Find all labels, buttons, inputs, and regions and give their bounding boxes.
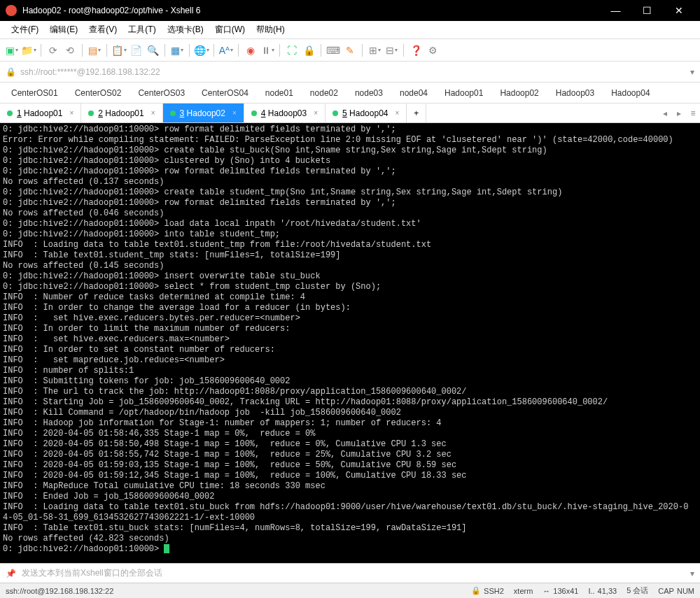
menu-view[interactable]: 查看(V)	[83, 24, 122, 36]
open-icon[interactable]: 📁	[21, 43, 36, 58]
compose-placeholder: 发送文本到当前Xshell窗口的全部会话	[22, 567, 685, 579]
tab-close-icon[interactable]: ×	[232, 109, 237, 117]
tab-close-icon[interactable]: ×	[69, 109, 74, 117]
menu-tools[interactable]: 工具(T)	[122, 24, 161, 36]
copy-icon[interactable]: 📋	[111, 43, 127, 58]
bookmark-item[interactable]: CenterOS02	[69, 86, 127, 100]
menu-edit[interactable]: 编辑(E)	[44, 24, 83, 36]
keyboard-icon[interactable]: ⌨	[326, 43, 341, 58]
addressbar[interactable]: 🔒 ssh://root:******@192.168.198.132:22 ▾	[0, 62, 700, 83]
disconnect-icon[interactable]: ⟲	[62, 43, 78, 58]
ssh-lock-icon: 🔒	[471, 586, 481, 595]
new-session-icon[interactable]: ▣	[4, 43, 20, 58]
status-size: 136x41	[553, 587, 578, 595]
tab-nav-left-icon[interactable]: ◂	[658, 104, 672, 122]
session-tab-1[interactable]: 1 Hadoop01×	[0, 104, 81, 122]
size-icon: ↔	[542, 587, 550, 595]
tab-nav-right-icon[interactable]: ▸	[672, 104, 686, 122]
toolbar: ▣ 📁 ⟳ ⟲ ▤ 📋 📄 🔍 ▦ 🌐 Aᴬ ◉ ⏸ ⛶ 🔒 ⌨ ✎ ⊞ ⊟ ❓…	[0, 39, 700, 62]
font-icon[interactable]: Aᴬ	[218, 43, 234, 58]
status-connection: ssh://root@192.168.198.132:22	[6, 587, 113, 595]
session-tab-2[interactable]: 2 Hadoop01×	[81, 104, 162, 122]
settings-icon[interactable]: ⚙	[425, 43, 440, 58]
session-tab-4[interactable]: 4 Hadoop03×	[244, 104, 326, 122]
record-icon[interactable]: ◉	[243, 43, 258, 58]
cascade-icon[interactable]: ⊟	[384, 43, 399, 58]
status-dot-icon	[170, 111, 176, 116]
maximize-button[interactable]: ☐	[631, 0, 663, 21]
terminal[interactable]: 0: jdbc:hive2://hadoop01:10000> row form…	[0, 123, 700, 563]
properties-icon[interactable]: ▦	[169, 43, 185, 58]
menu-help[interactable]: 帮助(H)	[251, 24, 290, 36]
compose-bar[interactable]: 📌 发送文本到当前Xshell窗口的全部会话 ▾	[0, 563, 700, 583]
tab-close-icon[interactable]: ×	[314, 109, 318, 117]
pin-icon[interactable]: 📌	[6, 569, 16, 578]
status-dot-icon	[88, 111, 94, 116]
close-button[interactable]: ✕	[663, 0, 694, 21]
app-icon	[6, 5, 17, 16]
search-icon[interactable]: 🔍	[145, 43, 160, 58]
reconnect-icon[interactable]: ⟳	[46, 43, 61, 58]
menubar: 文件(F) 编辑(E) 查看(V) 工具(T) 选项卡(B) 窗口(W) 帮助(…	[0, 21, 700, 39]
cursor-icon: I..	[588, 587, 594, 595]
help-icon[interactable]: ❓	[408, 43, 424, 58]
paste-icon[interactable]: 📄	[128, 43, 144, 58]
session-tab-5[interactable]: 5 Hadoop04×	[326, 104, 407, 122]
menu-file[interactable]: 文件(F)	[6, 24, 44, 36]
address-url[interactable]: ssh://root:******@192.168.198.132:22	[20, 67, 690, 77]
stop-icon[interactable]: ⏸	[260, 43, 275, 58]
session-tab-3[interactable]: 3 Hadoop02×	[163, 104, 244, 122]
bookmark-item[interactable]: node02	[304, 86, 344, 100]
bookmark-item[interactable]: Hadoop01	[439, 86, 489, 100]
bookmark-item[interactable]: CenterOS04	[196, 86, 254, 100]
statusbar: ssh://root@192.168.198.132:22 🔒SSH2 xter…	[0, 583, 700, 598]
window-title: Hadoop02 - root@hadoop02:/opt/hive - Xsh…	[22, 6, 600, 15]
status-dot-icon	[7, 111, 13, 116]
bookmark-item[interactable]: CenterOS03	[132, 86, 190, 100]
menu-tab[interactable]: 选项卡(B)	[162, 24, 209, 36]
tab-close-icon[interactable]: ×	[151, 109, 155, 117]
titlebar: Hadoop02 - root@hadoop02:/opt/hive - Xsh…	[0, 0, 700, 21]
status-dot-icon	[251, 111, 257, 116]
bookmark-item[interactable]: Hadoop03	[550, 86, 600, 100]
fullscreen-icon[interactable]: ⛶	[284, 43, 300, 58]
bookmark-item[interactable]: node01	[260, 86, 299, 100]
bookmark-item[interactable]: node03	[349, 86, 388, 100]
status-cap: CAP	[658, 587, 674, 595]
minimize-button[interactable]: —	[600, 0, 631, 21]
status-dot-icon	[332, 111, 338, 116]
lock-icon[interactable]: 🔒	[301, 43, 316, 58]
transfer-icon[interactable]: ▤	[87, 43, 102, 58]
address-dropdown-icon[interactable]: ▾	[690, 67, 694, 77]
bookmark-item[interactable]: Hadoop04	[606, 86, 655, 100]
bookmarks-bar: CenterOS01 CenterOS02 CenterOS03 CenterO…	[0, 83, 700, 104]
bookmark-item[interactable]: CenterOS01	[6, 86, 64, 100]
menu-window[interactable]: 窗口(W)	[209, 24, 251, 36]
status-sessions: 5 会话	[626, 585, 648, 596]
status-num: NUM	[677, 587, 694, 595]
globe-icon[interactable]: 🌐	[194, 43, 209, 58]
highlight-icon[interactable]: ✎	[342, 43, 358, 58]
add-tab-button[interactable]: +	[407, 104, 426, 122]
tab-menu-icon[interactable]: ≡	[686, 104, 700, 122]
bookmark-item[interactable]: node04	[394, 86, 433, 100]
status-protocol: SSH2	[484, 587, 504, 595]
tile-icon[interactable]: ⊞	[367, 43, 382, 58]
session-tabs: 1 Hadoop01× 2 Hadoop01× 3 Hadoop02× 4 Ha…	[0, 104, 700, 123]
status-term: xterm	[514, 587, 533, 595]
lock-icon-address: 🔒	[6, 67, 16, 77]
compose-dropdown-icon[interactable]: ▾	[690, 569, 694, 578]
status-position: 41,33	[598, 587, 617, 595]
tab-close-icon[interactable]: ×	[395, 109, 399, 117]
bookmark-item[interactable]: Hadoop02	[494, 86, 544, 100]
